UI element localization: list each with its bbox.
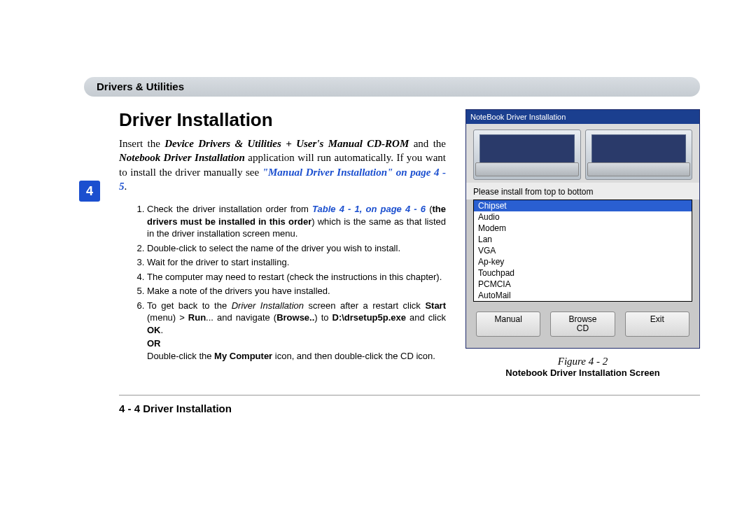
- install-note: Please install from top to bottom: [466, 183, 699, 200]
- step-4: The computer may need to restart (check …: [147, 271, 446, 284]
- figure-number: Figure 4 - 2: [465, 356, 700, 368]
- step-text: ) to: [314, 312, 332, 323]
- step-text: Check the driver installation order from: [147, 204, 312, 214]
- driver-item-apkey[interactable]: Ap-key: [474, 256, 692, 267]
- step-text: (: [426, 204, 432, 214]
- intro-bold1: Device Drivers & Utilities + User's Manu…: [164, 138, 409, 149]
- exit-button[interactable]: Exit: [625, 312, 690, 337]
- driver-list[interactable]: Chipset Audio Modem Lan VGA Ap-key Touch…: [473, 200, 692, 302]
- page-title: Driver Installation: [119, 109, 446, 131]
- figure-window: NoteBook Driver Installation Please inst…: [465, 109, 700, 349]
- intro-bold2: Notebook Driver Installation: [119, 152, 245, 163]
- step-text: screen after a restart click: [304, 300, 425, 311]
- driver-item-vga[interactable]: VGA: [474, 245, 692, 256]
- intro-paragraph: Insert the Device Drivers & Utilities + …: [119, 136, 446, 193]
- driver-item-lan[interactable]: Lan: [474, 234, 692, 245]
- step-text: Double-click the: [147, 351, 214, 361]
- or-label: OR: [147, 338, 161, 349]
- step-text: ... and navigate (: [206, 312, 276, 323]
- page-footer: 4 - 4 Driver Installation: [119, 395, 700, 414]
- step-alt: Double-click the My Computer icon, and t…: [147, 350, 446, 363]
- window-title: NoteBook Driver Installation: [466, 110, 699, 124]
- intro-text: Insert the: [119, 138, 164, 149]
- laptop-icon: [585, 130, 693, 180]
- manual-button[interactable]: Manual: [476, 312, 540, 337]
- driver-item-touchpad[interactable]: Touchpad: [474, 267, 692, 279]
- table-xref[interactable]: Table 4 - 1, on page 4 - 6: [312, 204, 426, 214]
- step-bold: D:\drsetup5p.exe: [332, 312, 406, 323]
- step-bold: My Computer: [214, 351, 272, 361]
- driver-item-chipset[interactable]: Chipset: [474, 200, 692, 211]
- step-italic: Driver Installation: [232, 300, 304, 311]
- step-text: and click: [406, 312, 446, 323]
- intro-text: and the: [409, 138, 446, 149]
- step-bold: OK: [147, 325, 161, 335]
- step-text: (menu) >: [147, 312, 188, 323]
- chapter-tab: 4: [79, 181, 100, 202]
- intro-text: .: [125, 181, 127, 192]
- browse-cd-button[interactable]: Browse CD: [550, 312, 615, 337]
- step-3: Wait for the driver to start installing.: [147, 256, 446, 269]
- section-header: Drivers & Utilities: [84, 77, 700, 97]
- step-text: To get back to the: [147, 300, 232, 311]
- step-2: Double-click to select the name of the d…: [147, 242, 446, 255]
- figure-name: Notebook Driver Installation Screen: [465, 368, 700, 378]
- driver-item-pcmcia[interactable]: PCMCIA: [474, 279, 692, 290]
- step-1: Check the driver installation order from…: [147, 203, 446, 240]
- step-6: To get back to the Driver Installation s…: [147, 300, 446, 363]
- instruction-list: Check the driver installation order from…: [134, 203, 446, 363]
- figure-caption: Figure 4 - 2 Notebook Driver Installatio…: [465, 356, 700, 378]
- step-5: Make a note of the drivers you have inst…: [147, 285, 446, 298]
- laptop-icon: [473, 130, 581, 180]
- driver-item-automail[interactable]: AutoMail: [474, 290, 692, 301]
- step-text: .: [161, 325, 164, 335]
- step-bold: Run: [188, 312, 206, 323]
- step-bold: Browse..: [276, 312, 314, 323]
- driver-item-modem[interactable]: Modem: [474, 223, 692, 234]
- driver-item-audio[interactable]: Audio: [474, 211, 692, 223]
- step-text: icon, and then double-click the CD icon.: [272, 351, 435, 361]
- step-bold: Start: [425, 300, 446, 311]
